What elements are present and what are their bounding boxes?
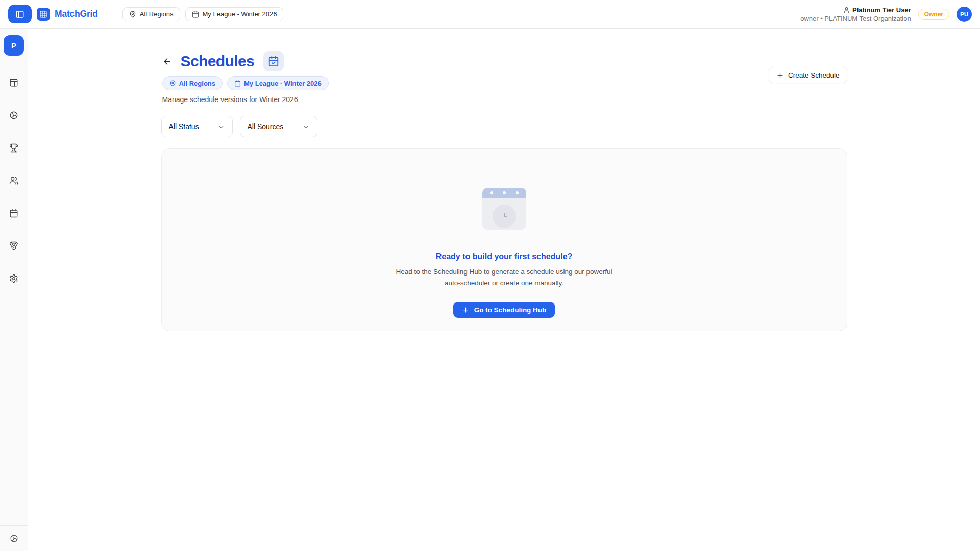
empty-state-heading: Ready to build your first schedule? xyxy=(436,252,573,261)
empty-state-card: Ready to build your first schedule? Head… xyxy=(161,148,847,331)
arrow-left-icon xyxy=(162,57,172,66)
avatar[interactable]: PU xyxy=(957,7,972,22)
sidebar: P xyxy=(0,29,28,551)
header-right: Platinum Tier User owner • PLATINUM Test… xyxy=(800,6,972,22)
main-area: Schedules Create Schedule All Regions xyxy=(28,0,980,331)
empty-state-body-line2: auto-scheduler or create one manually. xyxy=(396,278,612,289)
sidebar-item-trophy[interactable] xyxy=(5,139,23,157)
plus-icon xyxy=(776,71,784,79)
page-title: Schedules xyxy=(181,53,255,70)
person-icon xyxy=(843,7,850,13)
create-schedule-label: Create Schedule xyxy=(788,71,840,79)
panel-left-icon xyxy=(15,10,24,19)
sports-ball-icon xyxy=(9,111,18,120)
app-header: MatchGrid All Regions My League - Winter… xyxy=(0,0,980,29)
context-badges: All Regions My League · Winter 2026 xyxy=(162,76,847,90)
user-name: Platinum Tier User xyxy=(852,6,911,14)
user-meta: owner • PLATINUM Test Organization xyxy=(800,15,911,22)
layout-dashboard-icon xyxy=(9,78,18,87)
sidebar-toggle-button[interactable] xyxy=(8,5,32,23)
owner-badge: Owner xyxy=(918,9,949,20)
sidebar-item-calendar[interactable] xyxy=(5,204,23,222)
go-to-scheduling-hub-button[interactable]: Go to Scheduling Hub xyxy=(453,302,555,318)
sidebar-nav xyxy=(5,66,23,295)
status-filter-value: All Status xyxy=(169,122,199,131)
calendar-dot xyxy=(490,191,493,194)
plus-icon xyxy=(462,306,470,314)
calendar-icon xyxy=(234,80,241,87)
sources-filter-select[interactable]: All Sources xyxy=(240,116,317,137)
sidebar-item-settings[interactable] xyxy=(5,269,23,288)
brand-name: MatchGrid xyxy=(55,9,98,19)
sidebar-item-ball[interactable] xyxy=(5,106,23,124)
badge-league-season[interactable]: My League · Winter 2026 xyxy=(227,76,329,90)
calendar-icon xyxy=(192,11,199,18)
create-schedule-button[interactable]: Create Schedule xyxy=(769,67,847,83)
calendar-clock-illustration xyxy=(482,188,526,230)
clock-icon xyxy=(493,205,516,228)
users-icon xyxy=(9,176,18,185)
calendar-icon xyxy=(9,209,18,218)
back-button[interactable] xyxy=(161,55,174,67)
sidebar-divider xyxy=(0,62,28,62)
map-pin-icon xyxy=(169,80,176,87)
page-subtitle: Manage schedule versions for Winter 2026 xyxy=(162,95,847,104)
header-region-button[interactable]: All Regions xyxy=(122,7,180,21)
sidebar-footer xyxy=(0,525,28,551)
gear-icon xyxy=(9,274,18,283)
user-info: Platinum Tier User owner • PLATINUM Test… xyxy=(800,6,911,22)
filter-row: All Status All Sources xyxy=(161,116,847,137)
trophy-icon xyxy=(9,143,18,153)
app-logo xyxy=(37,8,50,21)
calendar-dot xyxy=(516,191,519,194)
sidebar-footer-ball[interactable] xyxy=(8,532,20,544)
title-icon-chip xyxy=(263,51,284,71)
sidebar-item-users[interactable] xyxy=(5,171,23,190)
chevron-down-icon xyxy=(217,123,225,131)
status-filter-select[interactable]: All Status xyxy=(161,116,233,137)
map-pin-icon xyxy=(129,11,136,18)
badge-league-season-label: My League · Winter 2026 xyxy=(244,80,322,87)
badge-all-regions[interactable]: All Regions xyxy=(162,76,223,90)
header-league-label: My League - Winter 2026 xyxy=(203,10,277,18)
go-to-scheduling-hub-label: Go to Scheduling Hub xyxy=(474,306,547,314)
calendar-check-icon xyxy=(268,56,279,67)
workspace-avatar[interactable]: P xyxy=(4,35,24,56)
header-league-button[interactable]: My League - Winter 2026 xyxy=(185,7,284,21)
title-row: Schedules xyxy=(161,51,847,71)
calendar-top-bar xyxy=(482,188,526,198)
content-column: Schedules Create Schedule All Regions xyxy=(161,29,847,331)
empty-state-body: Head to the Scheduling Hub to generate a… xyxy=(396,266,612,288)
grid-icon xyxy=(39,10,47,18)
calendar-dot xyxy=(503,191,506,194)
sources-filter-value: All Sources xyxy=(248,122,284,131)
badge-all-regions-label: All Regions xyxy=(179,80,216,87)
empty-state-body-line1: Head to the Scheduling Hub to generate a… xyxy=(396,266,612,278)
chevron-down-icon xyxy=(302,123,310,131)
sports-ball-icon xyxy=(10,534,18,543)
sidebar-item-medal[interactable] xyxy=(5,237,23,255)
medal-icon xyxy=(9,241,18,251)
sidebar-item-dashboard[interactable] xyxy=(5,73,23,92)
header-region-label: All Regions xyxy=(140,10,174,18)
